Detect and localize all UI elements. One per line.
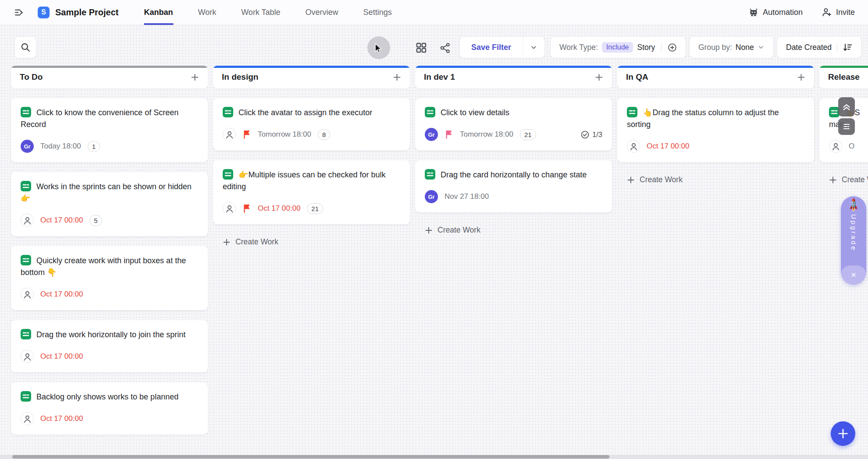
sort-button[interactable]: Date Created [777, 36, 861, 58]
work-card[interactable]: Click the avatar to assign the executor … [213, 98, 410, 150]
add-filter-icon[interactable] [668, 43, 677, 52]
due-date: Nov 27 18:00 [445, 192, 489, 201]
assignee-placeholder-icon[interactable] [223, 202, 236, 215]
story-icon [425, 169, 435, 180]
work-card[interactable]: Click to view details Gr Tomorrow 18:00 … [415, 98, 612, 150]
work-card[interactable]: 👉Multiple issues can be checked for bulk… [213, 160, 410, 224]
add-work-button[interactable] [595, 73, 603, 81]
assignee-avatar[interactable]: Gr [425, 128, 438, 141]
assignee-placeholder-icon[interactable] [21, 412, 34, 425]
cursor-arrow-icon [374, 43, 384, 53]
assignee-placeholder-icon[interactable] [21, 288, 34, 301]
create-work-button[interactable]: Create Work [213, 237, 410, 247]
cursor-highlight [367, 36, 390, 59]
horizontal-scrollbar-track[interactable] [0, 455, 868, 459]
column-header: To Do [11, 66, 208, 88]
kanban-app: S Sample Project Kanban Work Work Table … [0, 0, 868, 459]
create-work-button[interactable]: Create Work [819, 175, 868, 184]
collapse-columns-button[interactable] [838, 118, 855, 135]
column-in-qa: In QA 👆Drag the status column to adjust … [617, 66, 814, 184]
assignee-placeholder-icon[interactable] [223, 128, 236, 141]
work-card[interactable]: 👆Drag the status column to adjust the so… [617, 98, 814, 162]
share-button[interactable] [438, 41, 452, 54]
group-by-dropdown[interactable]: Group by: None [689, 36, 774, 58]
plus-icon [595, 73, 603, 81]
close-upgrade-button[interactable]: ✕ [841, 265, 866, 285]
assignee-placeholder-icon[interactable] [21, 350, 34, 363]
include-chip: Include [602, 42, 633, 53]
robot-icon [749, 7, 758, 17]
tab-work-table[interactable]: Work Table [241, 0, 280, 25]
fold-list-icon [842, 122, 851, 131]
assignee-placeholder-icon[interactable] [627, 140, 640, 153]
due-date: Oct 17 00:00 [40, 216, 83, 225]
due-date: Tomorrow 18:00 [460, 130, 513, 139]
column-stripe [213, 66, 410, 68]
work-card[interactable]: Drag the work horizontally to join the s… [11, 320, 208, 372]
search-icon [20, 42, 31, 53]
work-type-filter[interactable]: Work Type: Include Story [550, 36, 686, 58]
invite-button[interactable]: Invite [822, 7, 855, 17]
column-stripe [819, 66, 868, 68]
column-stripe [11, 66, 208, 68]
plus-icon [393, 73, 401, 81]
story-icon [425, 107, 435, 117]
due-date: Oct 17 00:00 [647, 142, 689, 151]
tab-settings[interactable]: Settings [363, 0, 392, 25]
scroll-to-top-button[interactable] [838, 97, 855, 117]
count-badge: 21 [307, 203, 323, 214]
work-card[interactable]: Quickly create work with input boxes at … [11, 246, 208, 310]
plus-icon [837, 428, 849, 439]
save-filter-caret-button[interactable] [523, 37, 544, 58]
share-icon [440, 42, 451, 53]
count-badge: 21 [520, 129, 536, 140]
add-work-button[interactable] [393, 73, 401, 81]
sidebar-toggle-icon[interactable] [13, 7, 25, 18]
tab-kanban[interactable]: Kanban [144, 0, 173, 25]
plus-icon [223, 238, 231, 246]
add-work-button[interactable] [191, 73, 199, 81]
assignee-placeholder-icon[interactable] [21, 214, 34, 227]
column-in-design: In design Click the avatar to assign the… [213, 66, 410, 247]
column-in-dev-1: In dev 1 Click to view details Gr Tomorr… [415, 66, 612, 235]
create-work-button[interactable]: Create Work [415, 226, 612, 235]
grid-icon [416, 42, 427, 53]
priority-flag-icon [242, 130, 251, 139]
assignee-avatar[interactable]: Gr [21, 140, 34, 153]
work-card[interactable]: Drag the card horizontally to change sta… [415, 160, 612, 212]
chevron-down-icon [530, 44, 537, 51]
count-badge: 5 [89, 215, 102, 226]
due-date: Oct 17 00:00 [40, 414, 83, 423]
view-tabs: Kanban Work Work Table Overview Settings [144, 0, 392, 25]
column-header: In dev 1 [415, 66, 612, 88]
tab-overview[interactable]: Overview [306, 0, 338, 25]
work-card[interactable]: Works in the sprints can be shown or hid… [11, 172, 208, 236]
count-badge: 1 [88, 141, 100, 152]
sort-descending-icon [843, 42, 852, 52]
project-logo[interactable]: S [38, 7, 50, 18]
search-button[interactable] [14, 36, 36, 58]
create-work-button[interactable]: Create Work [617, 175, 814, 184]
save-filter-button[interactable]: Save Filter [460, 43, 523, 52]
plus-icon [829, 176, 837, 184]
automation-button[interactable]: Automation [749, 7, 803, 17]
story-icon [21, 329, 31, 339]
board-view-button[interactable] [415, 41, 428, 54]
work-card[interactable]: Backlog only shows works to be planned O… [11, 382, 208, 434]
due-date: O [849, 142, 854, 151]
assignee-avatar[interactable]: Gr [425, 190, 438, 203]
project-name: Sample Project [55, 7, 119, 18]
due-date: Oct 17 00:00 [40, 352, 83, 361]
work-card[interactable]: Click to know the convenience of Screen … [11, 98, 208, 162]
due-date: Oct 17 00:00 [40, 290, 83, 299]
column-stripe [617, 66, 814, 68]
upgrade-ribbon[interactable]: 🚀 Upgrade ✕ [841, 196, 866, 285]
create-work-fab[interactable] [831, 421, 855, 446]
column-header: In design [213, 66, 410, 88]
priority-flag-icon [242, 204, 251, 213]
horizontal-scrollbar-thumb[interactable] [12, 455, 609, 459]
double-chevron-up-icon [842, 102, 851, 112]
add-work-button[interactable] [797, 73, 805, 81]
tab-work[interactable]: Work [198, 0, 217, 25]
assignee-placeholder-icon[interactable] [829, 140, 842, 153]
